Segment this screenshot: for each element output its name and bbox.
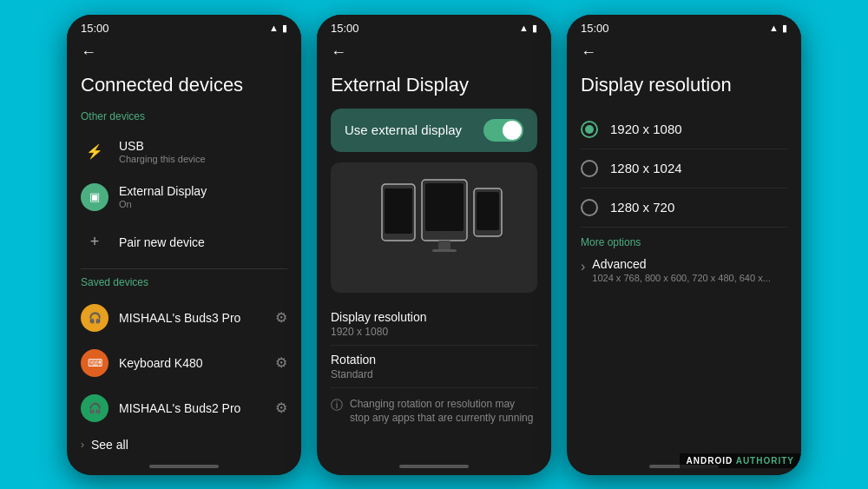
external-display-title: External Display xyxy=(119,184,287,198)
wifi-icon-2: ▲ xyxy=(519,23,529,33)
bottom-bar-1 xyxy=(67,458,301,475)
external-display-text: External Display On xyxy=(119,184,287,209)
usb-title: USB xyxy=(119,139,287,153)
resolution-1920-label: 1920 x 1080 xyxy=(610,122,682,136)
battery-icon-3: ▮ xyxy=(782,23,787,34)
status-icons-3: ▲ ▮ xyxy=(769,23,787,34)
advanced-item[interactable]: › Advanced 1024 x 768, 800 x 600, 720 x … xyxy=(581,252,787,288)
usb-item[interactable]: ⚡ USB Charging this device xyxy=(81,129,287,175)
buds3-item[interactable]: 🎧 MISHAAL's Buds3 Pro ⚙ xyxy=(81,295,287,340)
display-resolution-setting[interactable]: Display resolution 1920 x 1080 xyxy=(331,303,537,346)
status-time-3: 15:00 xyxy=(581,22,609,35)
resolution-1280-1024-item[interactable]: 1280 x 1024 xyxy=(581,149,787,188)
divider-1 xyxy=(81,268,287,269)
phone-frame-2: 15:00 ▲ ▮ ← External Display Use externa… xyxy=(317,15,551,475)
rotation-value: Standard xyxy=(331,368,537,380)
svg-rect-4 xyxy=(438,241,450,249)
bottom-indicator-1 xyxy=(149,465,219,468)
watermark: ANDROID AUTHORITY xyxy=(680,453,801,468)
buds2-icon: 🎧 xyxy=(81,394,108,422)
status-icons-1: ▲ ▮ xyxy=(269,23,287,34)
keyboard-title: Keyboard K480 xyxy=(119,356,275,370)
toggle-switch[interactable] xyxy=(483,119,523,142)
svg-rect-1 xyxy=(385,188,412,234)
display-resolution-title: Display resolution xyxy=(331,310,537,324)
info-row: ⓘ Changing rotation or resolution may st… xyxy=(331,388,537,435)
status-bar-3: 15:00 ▲ ▮ xyxy=(567,15,801,38)
bottom-indicator-2 xyxy=(399,465,469,468)
pair-new-label: Pair new device xyxy=(119,235,205,249)
wifi-icon-1: ▲ xyxy=(269,23,279,33)
toggle-label: Use external display xyxy=(345,122,462,137)
svg-rect-7 xyxy=(477,192,499,230)
radio-1280-720 xyxy=(581,199,598,216)
buds2-gear-icon[interactable]: ⚙ xyxy=(275,400,287,416)
keyboard-text: Keyboard K480 xyxy=(119,356,275,370)
display-preview-svg xyxy=(356,171,512,284)
page-title-1: Connected devices xyxy=(81,74,287,96)
rotation-title: Rotation xyxy=(331,353,537,367)
radio-1280-1024 xyxy=(581,160,598,177)
svg-rect-5 xyxy=(432,249,457,252)
wifi-icon-3: ▲ xyxy=(769,23,779,33)
info-icon: ⓘ xyxy=(331,398,343,413)
screen-external-display: External Display Use external display xyxy=(317,63,551,458)
pair-new-device-item[interactable]: + Pair new device xyxy=(81,220,287,265)
battery-icon-2: ▮ xyxy=(532,23,537,34)
pair-new-icon: + xyxy=(81,228,108,256)
radio-dot-1920 xyxy=(585,125,594,134)
advanced-text: Advanced 1024 x 768, 800 x 600, 720 x 48… xyxy=(592,257,771,283)
status-bar-2: 15:00 ▲ ▮ xyxy=(317,15,551,38)
see-all-label: See all xyxy=(91,438,128,452)
external-display-item[interactable]: ▣ External Display On xyxy=(81,175,287,220)
screen-connected-devices: Connected devices Other devices ⚡ USB Ch… xyxy=(67,63,301,458)
usb-subtitle: Charging this device xyxy=(119,154,287,164)
battery-icon-1: ▮ xyxy=(282,23,287,34)
buds2-text: MISHAAL's Buds2 Pro xyxy=(119,401,275,415)
buds2-item[interactable]: 🎧 MISHAAL's Buds2 Pro ⚙ xyxy=(81,386,287,431)
back-button-3[interactable]: ← xyxy=(567,38,801,63)
buds2-title: MISHAAL's Buds2 Pro xyxy=(119,401,275,415)
external-display-icon: ▣ xyxy=(81,183,108,211)
info-text: Changing rotation or resolution may stop… xyxy=(350,397,537,426)
status-bar-1: 15:00 ▲ ▮ xyxy=(67,15,301,38)
bottom-bar-2 xyxy=(317,458,551,475)
phone-frame-3: 15:00 ▲ ▮ ← Display resolution 1920 x 10… xyxy=(567,15,801,475)
radio-1920 xyxy=(581,121,598,138)
section-other-devices: Other devices xyxy=(81,110,287,122)
watermark-text: ANDROID AUTHORITY xyxy=(687,456,794,466)
keyboard-icon: ⌨ xyxy=(81,349,108,377)
rotation-setting[interactable]: Rotation Standard xyxy=(331,346,537,388)
ext-display-title: External Display xyxy=(331,74,537,96)
resolution-1920-item[interactable]: 1920 x 1080 xyxy=(581,110,787,149)
see-all-arrow-icon: › xyxy=(81,439,84,451)
display-preview xyxy=(331,162,537,293)
usb-text: USB Charging this device xyxy=(119,139,287,164)
status-icons-2: ▲ ▮ xyxy=(519,23,537,34)
status-time-1: 15:00 xyxy=(81,22,109,35)
resolution-1280-720-label: 1280 x 720 xyxy=(610,200,674,215)
buds3-gear-icon[interactable]: ⚙ xyxy=(275,309,287,326)
display-resolution-value: 1920 x 1080 xyxy=(331,326,537,338)
status-time-2: 15:00 xyxy=(331,22,359,35)
buds3-text: MISHAAL's Buds3 Pro xyxy=(119,311,275,325)
more-options-label: More options xyxy=(581,228,787,252)
use-external-display-toggle-row[interactable]: Use external display xyxy=(331,109,537,152)
keyboard-item[interactable]: ⌨ Keyboard K480 ⚙ xyxy=(81,340,287,386)
back-button-1[interactable]: ← xyxy=(67,38,301,63)
buds3-icon: 🎧 xyxy=(81,304,108,332)
buds3-title: MISHAAL's Buds3 Pro xyxy=(119,311,275,325)
toggle-thumb xyxy=(503,121,522,140)
external-display-subtitle: On xyxy=(119,199,287,209)
advanced-chevron-icon: › xyxy=(581,259,585,274)
phone-frame-1: 15:00 ▲ ▮ ← Connected devices Other devi… xyxy=(67,15,301,475)
usb-icon: ⚡ xyxy=(81,138,108,166)
section-saved-devices: Saved devices xyxy=(81,276,287,288)
back-button-2[interactable]: ← xyxy=(317,38,551,63)
resolution-1280-720-item[interactable]: 1280 x 720 xyxy=(581,188,787,228)
keyboard-gear-icon[interactable]: ⚙ xyxy=(275,354,287,371)
resolution-1280-1024-label: 1280 x 1024 xyxy=(610,161,682,175)
svg-rect-3 xyxy=(425,183,464,231)
see-all-item[interactable]: › See all xyxy=(81,431,287,458)
advanced-sub: 1024 x 768, 800 x 600, 720 x 480, 640 x.… xyxy=(592,273,771,283)
